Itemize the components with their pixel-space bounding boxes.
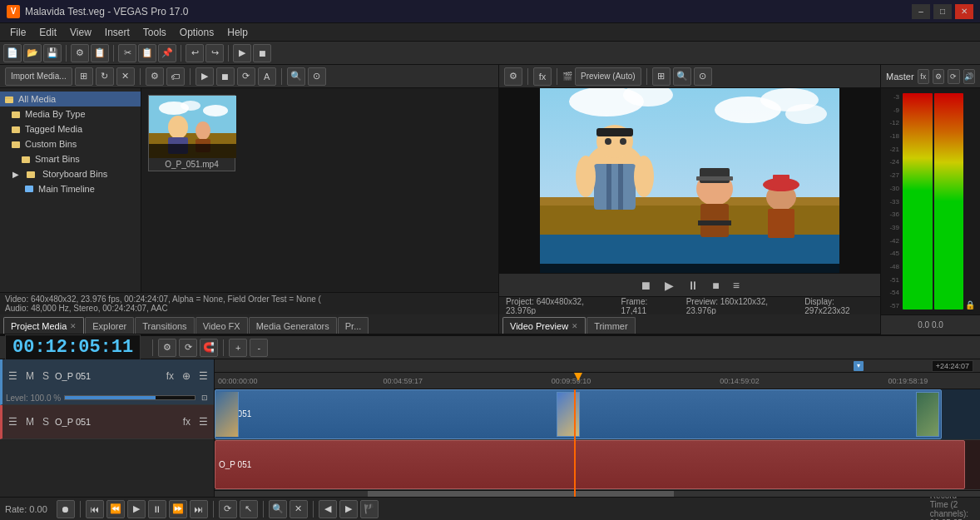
timeline-position-indicator[interactable]: ▾ bbox=[854, 361, 864, 371]
media-item-1[interactable]: O_P_051.mp4 bbox=[148, 95, 235, 171]
track-2-clip-main[interactable]: O_P 051 bbox=[215, 440, 965, 490]
tab-project-media-close[interactable]: ✕ bbox=[70, 322, 77, 330]
tree-smart-bins[interactable]: Smart Bins bbox=[0, 151, 141, 166]
redo-button[interactable]: ↪ bbox=[205, 44, 224, 62]
tl-loop[interactable]: ⟳ bbox=[179, 339, 197, 357]
tl-zoom-in[interactable]: + bbox=[229, 339, 247, 357]
preview-fx-button[interactable]: fx bbox=[533, 67, 552, 86]
bc-step-fwd[interactable]: ⏩ bbox=[169, 500, 187, 518]
track-1-level-end[interactable]: ⊡ bbox=[199, 393, 210, 403]
mixer-settings-button[interactable]: ⚙ bbox=[933, 69, 944, 84]
track-1-level-bar[interactable] bbox=[64, 395, 196, 400]
undo-button[interactable]: ↩ bbox=[186, 44, 204, 62]
track-1-solo[interactable]: S bbox=[40, 369, 52, 383]
pm-remove[interactable]: ✕ bbox=[116, 67, 135, 86]
tab-transitions[interactable]: Transitions bbox=[135, 317, 194, 334]
properties-button[interactable]: 📋 bbox=[91, 44, 109, 62]
save-button[interactable]: 💾 bbox=[43, 44, 62, 62]
tab-video-fx[interactable]: Video FX bbox=[196, 317, 248, 334]
bc-prev-marker[interactable]: ◀ bbox=[319, 500, 337, 518]
track-2-fx[interactable]: fx bbox=[181, 415, 193, 428]
tab-trimmer[interactable]: Trimmer bbox=[587, 317, 636, 334]
preview-zoom[interactable]: 🔍 bbox=[673, 67, 691, 86]
preview-end-button[interactable]: ■ bbox=[709, 279, 722, 292]
track-1-motion[interactable]: ⊕ bbox=[180, 369, 193, 383]
bc-step-back[interactable]: ⏪ bbox=[106, 500, 125, 518]
tab-video-preview[interactable]: Video Preview ✕ bbox=[502, 317, 586, 334]
tree-all-media[interactable]: All Media bbox=[0, 92, 141, 106]
tl-settings[interactable]: ⚙ bbox=[158, 339, 176, 357]
pm-view-toggle[interactable]: ⊞ bbox=[75, 67, 93, 86]
maximize-button[interactable]: □ bbox=[933, 4, 952, 19]
track-2-menu[interactable]: ☰ bbox=[196, 415, 210, 428]
menu-file[interactable]: File bbox=[3, 25, 32, 40]
menu-tools[interactable]: Tools bbox=[136, 25, 173, 40]
bc-cursor-tool[interactable]: ↖ bbox=[240, 500, 258, 518]
pm-refresh[interactable]: ↻ bbox=[96, 67, 114, 86]
track-2-expand[interactable]: ☰ bbox=[6, 415, 20, 428]
tab-pr[interactable]: Pr... bbox=[338, 317, 369, 334]
bc-zoom-timeline[interactable]: 🔍 bbox=[269, 500, 287, 518]
preview-stop-button[interactable]: ⏹ bbox=[636, 279, 655, 292]
copy-button[interactable]: 📋 bbox=[138, 44, 156, 62]
bc-record[interactable]: ⏺ bbox=[57, 500, 75, 518]
menu-insert[interactable]: Insert bbox=[98, 25, 136, 40]
pm-zoom[interactable]: 🔍 bbox=[287, 67, 305, 86]
track-1-expand[interactable]: ☰ bbox=[6, 369, 20, 383]
preview-settings-button[interactable]: ⚙ bbox=[504, 67, 522, 86]
bc-play[interactable]: ▶ bbox=[127, 500, 146, 518]
pm-auto[interactable]: A bbox=[258, 67, 276, 86]
preview-pause-button[interactable]: ⏸ bbox=[684, 279, 702, 292]
bc-next-marker[interactable]: ▶ bbox=[339, 500, 358, 518]
tab-media-generators[interactable]: Media Generators bbox=[249, 317, 337, 334]
pm-play[interactable]: ▶ bbox=[196, 67, 214, 86]
track-1-fx[interactable]: fx bbox=[164, 369, 176, 383]
preview-grid-toggle[interactable]: ⊞ bbox=[652, 67, 671, 86]
tl-snap[interactable]: 🧲 bbox=[200, 339, 218, 357]
tree-storyboard-bins[interactable]: ▶ Storyboard Bins bbox=[0, 166, 141, 181]
timeline-tracks[interactable]: +24:24:07 ▾ 00:00:00:00 00:04:59:17 00:0… bbox=[215, 359, 980, 497]
cut-button[interactable]: ✂ bbox=[118, 44, 136, 62]
mixer-fx-button[interactable]: fx bbox=[918, 69, 929, 84]
tab-video-preview-close[interactable]: ✕ bbox=[572, 322, 578, 330]
tree-main-timeline[interactable]: Main Timeline bbox=[0, 181, 141, 196]
track-2-mute[interactable]: M bbox=[23, 415, 37, 428]
menu-edit[interactable]: Edit bbox=[32, 25, 63, 40]
tree-tagged-media[interactable]: Tagged Media bbox=[0, 121, 141, 136]
bc-add-marker[interactable]: 🏴 bbox=[360, 500, 379, 518]
menu-help[interactable]: Help bbox=[220, 25, 255, 40]
bc-pause[interactable]: ⏸ bbox=[148, 500, 166, 518]
tab-project-media[interactable]: Project Media ✕ bbox=[3, 317, 84, 334]
menu-view[interactable]: View bbox=[63, 25, 98, 40]
mixer-loop-button[interactable]: ⟳ bbox=[948, 69, 959, 84]
pm-tags[interactable]: 🏷 bbox=[166, 67, 185, 86]
bc-rewind-start[interactable]: ⏮ bbox=[86, 500, 104, 518]
bc-close[interactable]: ✕ bbox=[290, 500, 308, 518]
preview-zoom-reset[interactable]: ⊙ bbox=[694, 67, 712, 86]
pm-settings[interactable]: ⚙ bbox=[146, 67, 164, 86]
tree-custom-bins[interactable]: Custom Bins bbox=[0, 136, 141, 151]
minimize-button[interactable]: – bbox=[912, 4, 930, 19]
settings-button[interactable]: ⚙ bbox=[71, 44, 89, 62]
track-1-menu[interactable]: ☰ bbox=[196, 369, 210, 383]
track-1-mute[interactable]: M bbox=[23, 369, 37, 383]
open-button[interactable]: 📂 bbox=[23, 44, 42, 62]
menu-options[interactable]: Options bbox=[173, 25, 220, 40]
bc-loop[interactable]: ⟳ bbox=[219, 500, 237, 518]
pm-loop[interactable]: ⟳ bbox=[237, 67, 255, 86]
track-2-solo[interactable]: S bbox=[40, 415, 52, 428]
mixer-vol-button[interactable]: 🔊 bbox=[963, 69, 975, 84]
close-button[interactable]: ✕ bbox=[955, 4, 973, 19]
preview-menu-button[interactable]: ≡ bbox=[730, 279, 743, 292]
bc-ff-end[interactable]: ⏭ bbox=[190, 500, 208, 518]
paste-button[interactable]: 📌 bbox=[158, 44, 176, 62]
tl-zoom-out[interactable]: - bbox=[250, 339, 268, 357]
new-button[interactable]: 📄 bbox=[3, 44, 22, 62]
render-button[interactable]: ▶ bbox=[233, 44, 251, 62]
track-2-clip-row[interactable]: O_P 051 bbox=[215, 440, 980, 491]
pm-zoom-reset[interactable]: ⊙ bbox=[308, 67, 326, 86]
track-1-clip-row[interactable]: O_P 051 bbox=[215, 389, 980, 440]
preview-play-button[interactable]: ▶ bbox=[661, 279, 677, 292]
preview-mode-dropdown[interactable]: Preview (Auto) bbox=[575, 67, 641, 86]
timeline-horizontal-scrollbar[interactable] bbox=[215, 490, 980, 497]
